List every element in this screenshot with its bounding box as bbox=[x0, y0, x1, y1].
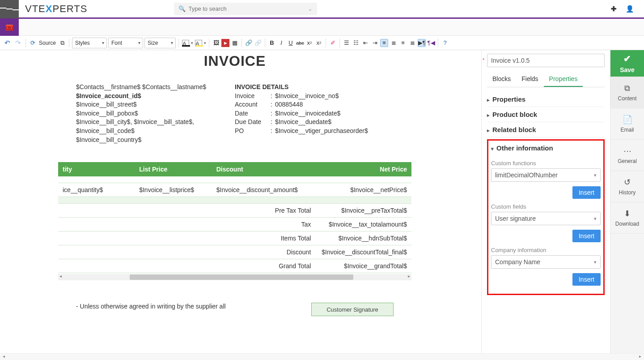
panel-tabs: Blocks Fields Properties bbox=[487, 72, 605, 87]
rail-general[interactable]: ⋯ General bbox=[610, 140, 644, 171]
footer-note: - Unless otherwise agreed in writing by … bbox=[76, 303, 226, 310]
company-info-select[interactable]: Company Name bbox=[491, 255, 601, 269]
link-icon[interactable]: 🔗 bbox=[245, 39, 253, 47]
align-justify-icon[interactable]: ≣ bbox=[408, 39, 416, 47]
from-line: $Invoice_account_id$ bbox=[76, 92, 235, 101]
more-icon: ⋯ bbox=[623, 146, 631, 156]
line-items-table: tity List Price Discount Net Price ice__… bbox=[58, 162, 411, 273]
menu-icon[interactable] bbox=[0, 0, 19, 18]
tab-fields[interactable]: Fields bbox=[516, 72, 543, 87]
document-paper[interactable]: INVOICE $Contacts__firstname$ $Contacts_… bbox=[58, 50, 411, 330]
templates-icon[interactable]: ⧉ bbox=[58, 39, 66, 47]
global-search[interactable]: 🔍 ⌄ bbox=[174, 3, 317, 15]
source-icon[interactable]: ⟳ bbox=[29, 39, 37, 47]
breadcrumb-row: 🧰 DOCUMENT DESIGNER › Adding new bbox=[0, 19, 644, 36]
save-button[interactable]: ✔ Save bbox=[610, 50, 644, 77]
section-other-information-highlight: Other information Custom functions limit… bbox=[487, 139, 605, 295]
font-select[interactable]: Font bbox=[108, 38, 143, 48]
user-icon[interactable]: 👤 bbox=[626, 5, 634, 13]
unlink-icon[interactable]: 🔗 bbox=[254, 39, 262, 47]
bold-icon[interactable]: B bbox=[268, 39, 276, 47]
align-center-icon[interactable]: ≣ bbox=[390, 39, 398, 47]
window-horizontal-scrollbar[interactable] bbox=[0, 353, 644, 360]
rail-content[interactable]: ⧉ Content bbox=[610, 77, 644, 108]
undo-icon[interactable]: ↶ bbox=[3, 38, 12, 48]
required-asterisk: * bbox=[483, 57, 484, 63]
table-header-row: tity List Price Discount Net Price bbox=[58, 162, 411, 176]
rail-history[interactable]: ↺ History bbox=[610, 171, 644, 202]
section-related-block[interactable]: Related block bbox=[487, 122, 605, 137]
styles-select[interactable]: Styles bbox=[72, 38, 107, 48]
from-line: $Invoice__bill_city$, $Invoice__bill_sta… bbox=[76, 118, 235, 135]
search-icon: 🔍 bbox=[178, 5, 186, 12]
add-icon[interactable]: ✚ bbox=[611, 5, 617, 13]
underline-icon[interactable]: U bbox=[287, 39, 295, 47]
ltr-icon[interactable]: ▶¶ bbox=[418, 39, 426, 47]
from-line: $Invoice__bill_street$ bbox=[76, 100, 235, 109]
th-net: Net Price bbox=[317, 162, 411, 176]
tab-blocks[interactable]: Blocks bbox=[487, 72, 516, 87]
bg-color-icon[interactable]: A bbox=[195, 39, 203, 47]
module-icon[interactable]: 🧰 bbox=[0, 19, 19, 36]
rail-email[interactable]: 📄 Email bbox=[610, 108, 644, 140]
image-icon[interactable]: 🖼 bbox=[212, 39, 220, 47]
properties-panel: * Invoice v1.0.5 Blocks Fields Propertie… bbox=[481, 50, 610, 353]
custom-fields-label: Custom fields bbox=[491, 203, 601, 210]
th-price: List Price bbox=[135, 162, 212, 176]
history-icon: ↺ bbox=[624, 177, 631, 187]
subscript-icon[interactable]: x2 bbox=[305, 39, 314, 47]
insert-custom-function-button[interactable]: Insert bbox=[572, 186, 601, 199]
strike-icon[interactable]: abc bbox=[296, 39, 304, 47]
check-circle-icon: ✔ bbox=[623, 53, 631, 64]
rtl-icon[interactable]: ¶◀ bbox=[427, 39, 435, 47]
section-product-block[interactable]: Product block bbox=[487, 107, 605, 122]
email-icon: 📄 bbox=[623, 115, 632, 124]
numbered-list-icon[interactable]: ☰ bbox=[343, 39, 351, 47]
canvas-area[interactable]: INVOICE $Contacts__firstname$ $Contacts_… bbox=[0, 50, 481, 353]
rail-download[interactable]: ⬇ Download bbox=[610, 202, 644, 234]
download-icon: ⬇ bbox=[624, 209, 631, 219]
th-qty: tity bbox=[58, 162, 135, 176]
top-bar: VTEXPERTS 🔍 ⌄ ✚ 👤 bbox=[0, 0, 644, 19]
custom-functions-select[interactable]: limitDecimalOfNumber bbox=[491, 168, 601, 182]
italic-icon[interactable]: I bbox=[277, 39, 285, 47]
custom-functions-label: Custom functions bbox=[491, 160, 601, 167]
details-heading: INVOICE DETAILS bbox=[235, 83, 394, 92]
flash-icon[interactable]: ▶ bbox=[221, 39, 229, 47]
source-button[interactable]: Source bbox=[38, 40, 57, 46]
content-icon: ⧉ bbox=[624, 84, 630, 93]
tab-properties[interactable]: Properties bbox=[544, 72, 583, 87]
help-icon[interactable]: ? bbox=[441, 39, 449, 47]
superscript-icon[interactable]: x2 bbox=[315, 39, 323, 47]
from-line: $Contacts__firstname$ $Contacts__lastnam… bbox=[76, 83, 235, 92]
from-line: $Invoice__bill_pobox$ bbox=[76, 109, 235, 118]
bullet-list-icon[interactable]: ☷ bbox=[352, 39, 360, 47]
section-other-information[interactable]: Other information bbox=[491, 143, 601, 155]
remove-format-icon[interactable]: ✐ bbox=[329, 39, 337, 47]
from-block: $Contacts__firstname$ $Contacts__lastnam… bbox=[76, 83, 235, 144]
invoice-details: INVOICE DETAILS Invoice:$Invoice__invoic… bbox=[235, 83, 394, 144]
document-name-input[interactable]: Invoice v1.0.5 bbox=[487, 54, 605, 67]
from-line: $Invoice__bill_country$ bbox=[76, 136, 235, 145]
company-info-label: Company information bbox=[491, 247, 601, 253]
align-right-icon[interactable]: ≡ bbox=[399, 39, 407, 47]
align-left-icon[interactable]: ≡ bbox=[380, 39, 388, 47]
customer-signature-box[interactable]: Customer Signature bbox=[311, 303, 394, 316]
th-discount: Discount bbox=[212, 162, 318, 176]
insert-custom-field-button[interactable]: Insert bbox=[572, 230, 601, 242]
outdent-icon[interactable]: ⇤ bbox=[361, 39, 369, 47]
custom-fields-select[interactable]: User signature bbox=[491, 212, 601, 225]
action-rail: ✔ Save ⧉ Content 📄 Email ⋯ General ↺ His… bbox=[610, 50, 644, 353]
chevron-down-icon[interactable]: ⌄ bbox=[308, 5, 313, 12]
size-select[interactable]: Size bbox=[144, 38, 176, 48]
redo-icon[interactable]: ↷ bbox=[13, 38, 23, 48]
search-input[interactable] bbox=[188, 5, 308, 12]
section-properties[interactable]: Properties bbox=[487, 92, 605, 107]
table-icon[interactable]: ▦ bbox=[231, 39, 239, 47]
table-row: ice__quantity$ $Invoice__listprice$ $Inv… bbox=[58, 183, 411, 197]
text-color-icon[interactable]: A bbox=[182, 39, 190, 47]
table-horizontal-scrollbar[interactable] bbox=[58, 274, 411, 280]
top-right-icons: ✚ 👤 bbox=[611, 5, 644, 13]
indent-icon[interactable]: ⇥ bbox=[371, 39, 379, 47]
insert-company-info-button[interactable]: Insert bbox=[572, 273, 601, 286]
